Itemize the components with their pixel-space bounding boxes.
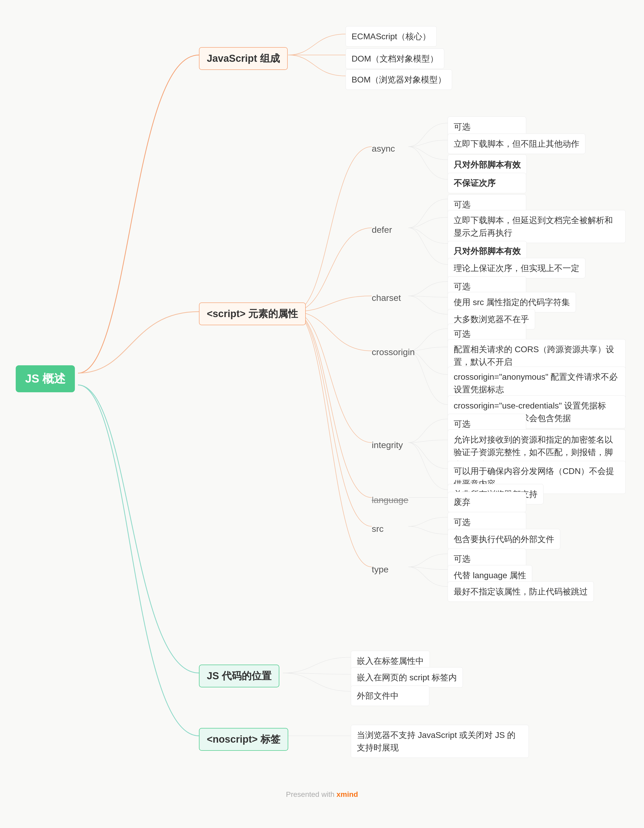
b1-item-0: ECMAScript（核心） (346, 26, 437, 47)
b1-item-2: BOM（浏览器对象模型） (346, 69, 452, 90)
l2-type: type (372, 564, 389, 574)
defer-leaf-1: 立即下载脚本，但延迟到文档完全被解析和显示之后再执行 (448, 210, 626, 243)
footer: Presented with xmind (0, 790, 644, 799)
crossorigin-leaf-2: crossorigin="anonymous" 配置文件请求不必设置凭据标志 (448, 367, 626, 400)
language-leaf-0: 废弃 (448, 492, 526, 512)
root-node: JS 概述 (16, 365, 75, 392)
b3-item-2: 外部文件中 (351, 685, 429, 706)
l2-charset: charset (372, 293, 401, 303)
mind-map: JS 概述 JavaScript 组成 ECMAScript（核心） DOM（文… (0, 0, 644, 812)
l1-js-code-position: JS 代码的位置 (199, 665, 279, 687)
src-leaf-1: 包含要执行代码的外部文件 (448, 529, 560, 549)
async-leaf-2: 只对外部脚本有效 (448, 155, 527, 175)
b3-item-1: 嵌入在网页的 script 标签内 (351, 667, 463, 688)
l1-javascript-composition: JavaScript 组成 (199, 47, 288, 70)
xmind-brand: xmind (336, 790, 358, 798)
l2-async: async (372, 144, 395, 154)
async-leaf-3: 不保证次序 (448, 173, 526, 193)
l1-script-attrs: <script> 元素的属性 (199, 303, 306, 325)
b4-item-0: 当浏览器不支持 JavaScript 或关闭对 JS 的支持时展现 (351, 725, 529, 758)
b1-item-1: DOM（文档对象模型） (346, 49, 444, 69)
l2-crossorigin: crossorigin (372, 347, 415, 357)
l2-language: language (372, 495, 408, 505)
type-leaf-2: 最好不指定该属性，防止代码被跳过 (448, 581, 594, 602)
defer-leaf-3: 理论上保证次序，但实现上不一定 (448, 258, 585, 278)
l2-integrity: integrity (372, 440, 403, 450)
l1-noscript: <noscript> 标签 (199, 728, 288, 751)
l2-src: src (372, 524, 384, 534)
async-leaf-1: 立即下载脚本，但不阻止其他动作 (448, 133, 585, 154)
l2-defer: defer (372, 225, 392, 235)
